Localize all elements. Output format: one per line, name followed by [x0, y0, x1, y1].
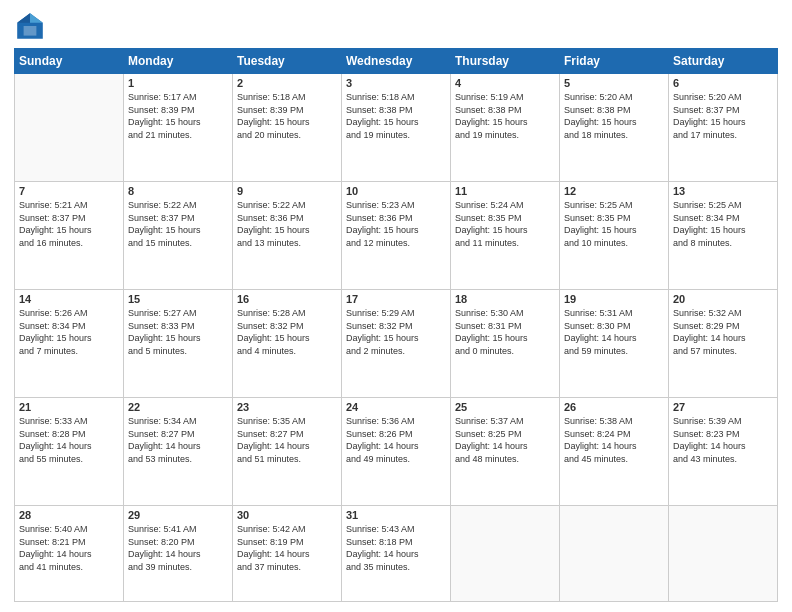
day-number: 26: [564, 401, 664, 413]
day-number: 5: [564, 77, 664, 89]
cell-details: Sunrise: 5:31 AM Sunset: 8:30 PM Dayligh…: [564, 307, 664, 357]
header: [14, 10, 778, 42]
svg-marker-1: [30, 13, 43, 23]
day-number: 20: [673, 293, 773, 305]
cell-details: Sunrise: 5:23 AM Sunset: 8:36 PM Dayligh…: [346, 199, 446, 249]
calendar-cell: 20Sunrise: 5:32 AM Sunset: 8:29 PM Dayli…: [669, 290, 778, 398]
day-number: 28: [19, 509, 119, 521]
day-number: 24: [346, 401, 446, 413]
calendar-cell: 15Sunrise: 5:27 AM Sunset: 8:33 PM Dayli…: [124, 290, 233, 398]
logo: [14, 10, 50, 42]
calendar-cell: 18Sunrise: 5:30 AM Sunset: 8:31 PM Dayli…: [451, 290, 560, 398]
day-number: 10: [346, 185, 446, 197]
calendar-cell: 5Sunrise: 5:20 AM Sunset: 8:38 PM Daylig…: [560, 74, 669, 182]
day-number: 9: [237, 185, 337, 197]
logo-icon: [14, 10, 46, 42]
calendar-cell: 25Sunrise: 5:37 AM Sunset: 8:25 PM Dayli…: [451, 398, 560, 506]
cell-details: Sunrise: 5:25 AM Sunset: 8:34 PM Dayligh…: [673, 199, 773, 249]
day-number: 12: [564, 185, 664, 197]
day-number: 27: [673, 401, 773, 413]
cell-details: Sunrise: 5:29 AM Sunset: 8:32 PM Dayligh…: [346, 307, 446, 357]
cell-details: Sunrise: 5:34 AM Sunset: 8:27 PM Dayligh…: [128, 415, 228, 465]
day-number: 30: [237, 509, 337, 521]
cell-details: Sunrise: 5:20 AM Sunset: 8:38 PM Dayligh…: [564, 91, 664, 141]
cell-details: Sunrise: 5:37 AM Sunset: 8:25 PM Dayligh…: [455, 415, 555, 465]
cell-details: Sunrise: 5:24 AM Sunset: 8:35 PM Dayligh…: [455, 199, 555, 249]
day-number: 4: [455, 77, 555, 89]
calendar-cell: 29Sunrise: 5:41 AM Sunset: 8:20 PM Dayli…: [124, 506, 233, 602]
cell-details: Sunrise: 5:18 AM Sunset: 8:38 PM Dayligh…: [346, 91, 446, 141]
day-number: 8: [128, 185, 228, 197]
day-number: 3: [346, 77, 446, 89]
calendar-day-header: Friday: [560, 49, 669, 74]
cell-details: Sunrise: 5:41 AM Sunset: 8:20 PM Dayligh…: [128, 523, 228, 573]
calendar-cell: 26Sunrise: 5:38 AM Sunset: 8:24 PM Dayli…: [560, 398, 669, 506]
calendar-cell: [15, 74, 124, 182]
cell-details: Sunrise: 5:30 AM Sunset: 8:31 PM Dayligh…: [455, 307, 555, 357]
cell-details: Sunrise: 5:18 AM Sunset: 8:39 PM Dayligh…: [237, 91, 337, 141]
calendar-cell: 16Sunrise: 5:28 AM Sunset: 8:32 PM Dayli…: [233, 290, 342, 398]
day-number: 29: [128, 509, 228, 521]
day-number: 1: [128, 77, 228, 89]
calendar-cell: 31Sunrise: 5:43 AM Sunset: 8:18 PM Dayli…: [342, 506, 451, 602]
calendar-cell: 22Sunrise: 5:34 AM Sunset: 8:27 PM Dayli…: [124, 398, 233, 506]
calendar-cell: 23Sunrise: 5:35 AM Sunset: 8:27 PM Dayli…: [233, 398, 342, 506]
day-number: 7: [19, 185, 119, 197]
cell-details: Sunrise: 5:17 AM Sunset: 8:39 PM Dayligh…: [128, 91, 228, 141]
calendar-cell: 10Sunrise: 5:23 AM Sunset: 8:36 PM Dayli…: [342, 182, 451, 290]
cell-details: Sunrise: 5:32 AM Sunset: 8:29 PM Dayligh…: [673, 307, 773, 357]
cell-details: Sunrise: 5:19 AM Sunset: 8:38 PM Dayligh…: [455, 91, 555, 141]
calendar-day-header: Sunday: [15, 49, 124, 74]
day-number: 16: [237, 293, 337, 305]
calendar-cell: 24Sunrise: 5:36 AM Sunset: 8:26 PM Dayli…: [342, 398, 451, 506]
day-number: 15: [128, 293, 228, 305]
day-number: 23: [237, 401, 337, 413]
cell-details: Sunrise: 5:22 AM Sunset: 8:36 PM Dayligh…: [237, 199, 337, 249]
calendar-cell: 14Sunrise: 5:26 AM Sunset: 8:34 PM Dayli…: [15, 290, 124, 398]
calendar-day-header: Wednesday: [342, 49, 451, 74]
cell-details: Sunrise: 5:25 AM Sunset: 8:35 PM Dayligh…: [564, 199, 664, 249]
calendar-cell: 17Sunrise: 5:29 AM Sunset: 8:32 PM Dayli…: [342, 290, 451, 398]
cell-details: Sunrise: 5:33 AM Sunset: 8:28 PM Dayligh…: [19, 415, 119, 465]
day-number: 18: [455, 293, 555, 305]
calendar-week-row: 14Sunrise: 5:26 AM Sunset: 8:34 PM Dayli…: [15, 290, 778, 398]
calendar-day-header: Tuesday: [233, 49, 342, 74]
day-number: 25: [455, 401, 555, 413]
cell-details: Sunrise: 5:40 AM Sunset: 8:21 PM Dayligh…: [19, 523, 119, 573]
calendar-week-row: 1Sunrise: 5:17 AM Sunset: 8:39 PM Daylig…: [15, 74, 778, 182]
calendar-table: SundayMondayTuesdayWednesdayThursdayFrid…: [14, 48, 778, 602]
day-number: 22: [128, 401, 228, 413]
calendar-header-row: SundayMondayTuesdayWednesdayThursdayFrid…: [15, 49, 778, 74]
page: SundayMondayTuesdayWednesdayThursdayFrid…: [0, 0, 792, 612]
calendar-cell: 27Sunrise: 5:39 AM Sunset: 8:23 PM Dayli…: [669, 398, 778, 506]
calendar-cell: 12Sunrise: 5:25 AM Sunset: 8:35 PM Dayli…: [560, 182, 669, 290]
cell-details: Sunrise: 5:21 AM Sunset: 8:37 PM Dayligh…: [19, 199, 119, 249]
calendar-cell: 9Sunrise: 5:22 AM Sunset: 8:36 PM Daylig…: [233, 182, 342, 290]
calendar-cell: 11Sunrise: 5:24 AM Sunset: 8:35 PM Dayli…: [451, 182, 560, 290]
day-number: 11: [455, 185, 555, 197]
cell-details: Sunrise: 5:22 AM Sunset: 8:37 PM Dayligh…: [128, 199, 228, 249]
cell-details: Sunrise: 5:38 AM Sunset: 8:24 PM Dayligh…: [564, 415, 664, 465]
calendar-week-row: 21Sunrise: 5:33 AM Sunset: 8:28 PM Dayli…: [15, 398, 778, 506]
calendar-cell: [669, 506, 778, 602]
cell-details: Sunrise: 5:39 AM Sunset: 8:23 PM Dayligh…: [673, 415, 773, 465]
day-number: 6: [673, 77, 773, 89]
cell-details: Sunrise: 5:26 AM Sunset: 8:34 PM Dayligh…: [19, 307, 119, 357]
calendar-cell: [451, 506, 560, 602]
calendar-cell: [560, 506, 669, 602]
calendar-cell: 2Sunrise: 5:18 AM Sunset: 8:39 PM Daylig…: [233, 74, 342, 182]
cell-details: Sunrise: 5:20 AM Sunset: 8:37 PM Dayligh…: [673, 91, 773, 141]
calendar-day-header: Saturday: [669, 49, 778, 74]
day-number: 31: [346, 509, 446, 521]
calendar-cell: 6Sunrise: 5:20 AM Sunset: 8:37 PM Daylig…: [669, 74, 778, 182]
calendar-cell: 8Sunrise: 5:22 AM Sunset: 8:37 PM Daylig…: [124, 182, 233, 290]
day-number: 14: [19, 293, 119, 305]
day-number: 2: [237, 77, 337, 89]
cell-details: Sunrise: 5:36 AM Sunset: 8:26 PM Dayligh…: [346, 415, 446, 465]
calendar-cell: 21Sunrise: 5:33 AM Sunset: 8:28 PM Dayli…: [15, 398, 124, 506]
day-number: 17: [346, 293, 446, 305]
calendar-cell: 19Sunrise: 5:31 AM Sunset: 8:30 PM Dayli…: [560, 290, 669, 398]
day-number: 19: [564, 293, 664, 305]
cell-details: Sunrise: 5:35 AM Sunset: 8:27 PM Dayligh…: [237, 415, 337, 465]
calendar-cell: 4Sunrise: 5:19 AM Sunset: 8:38 PM Daylig…: [451, 74, 560, 182]
